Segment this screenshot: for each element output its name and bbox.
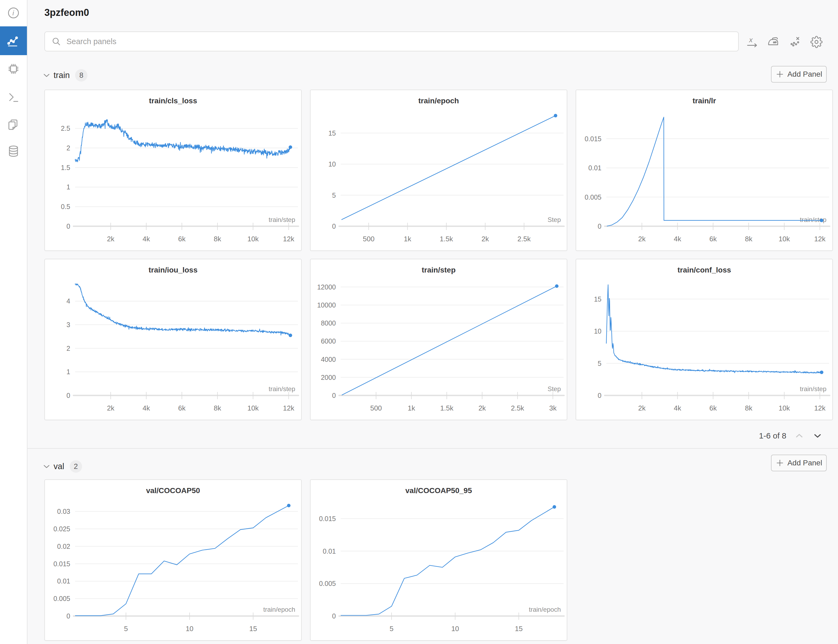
system-chip-icon [7,62,20,75]
panel-train-step[interactable]: train/step020004000600080001000012000500… [310,259,567,420]
series-line [75,120,290,162]
sidebar-item-system[interactable] [0,56,27,82]
x-axis-expression-icon[interactable]: x [746,36,759,48]
series-end-dot [555,284,558,288]
database-icon [7,145,20,158]
x-tick-label: 10k [779,404,790,412]
series-line [342,286,557,395]
panel-train-iou_loss[interactable]: train/iou_loss012342k4k6k8k10k12ktrain/s… [44,259,302,420]
chevron-up-icon[interactable] [794,430,805,441]
series-line [341,507,554,615]
add-panel-button-train[interactable]: Add Panel [771,66,827,82]
search-input[interactable] [66,37,738,46]
y-tick-label: 15 [594,296,601,303]
add-panel-label: Add Panel [787,70,822,79]
y-tick-label: 0 [598,392,601,399]
y-tick-label: 0.005 [319,580,336,587]
series-line [75,506,289,616]
run-title: 3pzfeom0 [44,7,89,18]
panel-val-COCOAP50[interactable]: val/COCOAP5000.0050.010.0150.020.0250.03… [44,480,302,641]
series-end-dot [289,145,292,149]
main-content: 3pzfeom0 x [28,0,838,644]
y-tick-label: 0.015 [584,135,601,143]
settings-gear-icon[interactable] [810,36,823,48]
panel-val-COCOAP50_95[interactable]: val/COCOAP50_9500.0050.010.01551015train… [310,480,567,641]
x-axis-label: train/epoch [263,606,295,613]
remove-outliers-icon[interactable] [789,36,802,48]
y-tick-label: 0 [332,612,336,620]
y-tick-label: 0.02 [57,542,70,550]
plus-icon [775,70,784,79]
series-end-dot [553,505,556,509]
y-tick-label: 0.015 [319,515,336,522]
y-tick-label: 0 [66,612,70,620]
x-axis-label: train/epoch [529,606,561,613]
panel-train-conf_loss[interactable]: train/conf_loss0510152k4k6k8k10k12ktrain… [576,259,833,420]
x-axis-label: train/step [800,385,826,393]
section-divider [28,448,838,449]
x-tick-label: 12k [814,404,826,412]
x-tick-label: 8k [745,235,752,243]
y-tick-label: 2.5 [61,125,70,132]
smoothing-iron-icon[interactable] [767,36,779,48]
y-tick-label: 5 [332,192,336,199]
y-tick-label: 3 [66,321,70,329]
x-tick-label: 1k [408,404,415,412]
section-header-train[interactable]: train 8 [42,67,87,84]
x-tick-label: 10 [186,624,194,633]
y-tick-label: 0.015 [53,560,70,568]
series-end-dot [554,114,557,117]
add-panel-button-val[interactable]: Add Panel [771,455,827,471]
sidebar-item-artifacts[interactable] [0,138,27,164]
chart-canvas: 00.511.522.52k4k6k8k10k12ktrain/step [45,105,301,247]
x-tick-label: 2.5k [511,404,524,412]
chart-canvas: 00.0050.010.0150.020.0250.0351015train/e… [45,495,301,636]
y-tick-label: 0.5 [61,203,70,210]
panel-train-epoch[interactable]: train/epoch0510155001k1.5k2k2.5kStep [310,90,567,251]
chart-canvas: 0510155001k1.5k2k2.5kStep [311,105,567,247]
panel-train-cls_loss[interactable]: train/cls_loss00.511.522.52k4k6k8k10k12k… [44,90,302,251]
x-tick-label: 1.5k [440,235,453,243]
panel-title: val/COCOAP50_95 [311,480,567,495]
x-tick-label: 8k [745,404,752,412]
files-icon [7,118,20,131]
panel-title: val/COCOAP50 [45,480,301,495]
series-line [75,284,290,337]
x-tick-label: 10k [247,235,259,243]
y-tick-label: 0 [66,222,70,230]
chevron-down-icon[interactable] [42,71,51,80]
panel-train-lr[interactable]: train/lr00.0050.010.0152k4k6k8k10k12ktra… [576,90,833,251]
panel-title: train/conf_loss [576,259,832,274]
section-name: val [54,462,64,471]
x-axis-label: Step [548,385,561,393]
section-header-val[interactable]: val 2 [42,458,82,475]
x-axis-label: train/step [268,216,295,223]
y-tick-label: 0.025 [53,525,70,532]
panel-pagination: 1-6 of 8 [759,430,823,441]
y-tick-label: 8000 [321,319,336,327]
x-tick-label: 4k [143,404,150,412]
y-tick-label: 10000 [317,301,336,309]
y-tick-label: 1.5 [61,164,70,171]
val-panel-grid: val/COCOAP5000.0050.010.0150.020.0250.03… [44,480,836,641]
x-tick-label: 6k [710,235,717,243]
terminal-icon [7,91,20,104]
section-count-badge: 2 [70,460,82,473]
panel-title: train/lr [576,90,832,105]
y-tick-label: 2 [66,345,70,352]
chart-canvas: 00.0050.010.0152k4k6k8k10k12ktrain/step [576,105,832,247]
x-tick-label: 6k [178,404,186,412]
search-icon [51,36,61,46]
x-tick-label: 10 [451,624,459,633]
y-tick-label: 0 [332,392,336,399]
sidebar-item-overview[interactable]: i [0,0,27,26]
x-tick-label: 500 [370,404,382,412]
chevron-down-icon[interactable] [812,430,823,441]
sidebar-item-files[interactable] [0,112,27,138]
sidebar-item-logs[interactable] [0,84,27,111]
series-line [607,117,822,226]
series-line [341,116,555,220]
chevron-down-icon[interactable] [42,462,51,471]
sidebar-item-charts[interactable] [0,26,27,55]
x-tick-label: 6k [710,404,717,412]
